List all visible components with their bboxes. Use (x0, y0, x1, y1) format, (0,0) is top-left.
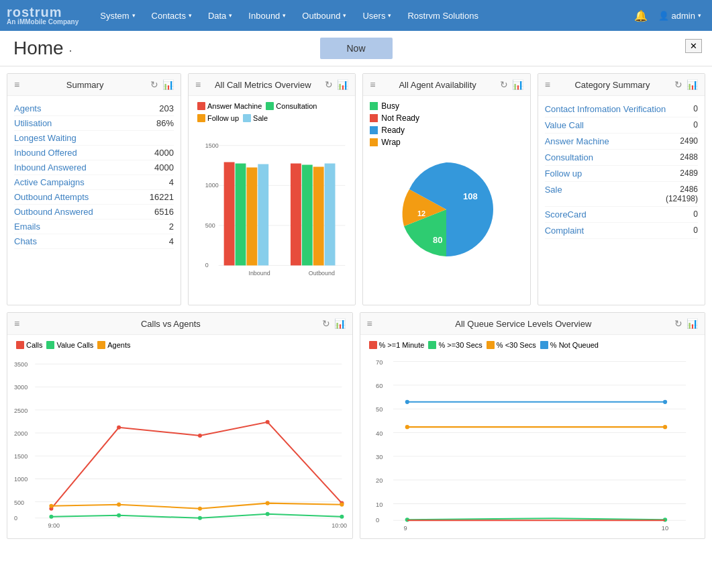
calls-agents-menu-icon[interactable]: ≡ (14, 318, 19, 329)
home-dropdown-icon[interactable]: · (68, 44, 72, 57)
nav-inbound[interactable]: Inbound ▾ (240, 0, 294, 31)
logo-subtitle: An iMMobile Company (7, 19, 79, 26)
legend-pct-30secs: % >=30 Secs (428, 341, 482, 349)
svg-point-75 (662, 425, 666, 429)
svg-text:70: 70 (376, 359, 383, 366)
notification-bell-icon[interactable]: 🔔 (634, 9, 648, 22)
summary-label-utilisation[interactable]: Utilisation (14, 118, 52, 128)
summary-row-utilisation: Utilisation 86% (14, 116, 174, 131)
now-button[interactable]: Now (319, 38, 392, 59)
summary-row-longest-waiting: Longest Waiting (14, 131, 174, 146)
svg-point-44 (198, 516, 202, 520)
svg-point-39 (198, 434, 202, 438)
category-chart-icon[interactable]: 📊 (686, 79, 698, 90)
svg-text:0: 0 (205, 262, 209, 268)
close-button[interactable]: ✕ (685, 39, 702, 53)
nav-system[interactable]: System ▾ (92, 0, 143, 31)
summary-value-inbound-answered: 4000 (154, 162, 174, 173)
queue-service-menu-icon[interactable]: ≡ (367, 318, 372, 329)
svg-text:12: 12 (417, 209, 425, 217)
nav-outbound[interactable]: Outbound ▾ (294, 0, 354, 31)
legend-calls: Calls (16, 341, 42, 349)
category-body: Contact Infromation Verification 0 Value… (538, 96, 705, 244)
svg-rect-9 (236, 164, 246, 266)
nav-contacts[interactable]: Contacts ▾ (144, 0, 200, 31)
cat-value-sale: 2486(124198) (666, 185, 698, 203)
cat-label-value-call[interactable]: Value Call (545, 120, 584, 130)
nav-data[interactable]: Data ▾ (200, 0, 240, 31)
svg-text:3000: 3000 (14, 384, 28, 391)
availability-header: ≡ All Agent Availability ↻ 📊 (363, 74, 529, 96)
cat-row-value-call: Value Call 0 (545, 117, 698, 134)
av-legend-ready: Ready (370, 126, 523, 135)
svg-text:10: 10 (661, 525, 668, 532)
cat-label-verification[interactable]: Contact Infromation Verification (545, 104, 666, 114)
queue-service-widget: ≡ All Queue Service Levels Overview ↻ 📊 … (360, 312, 706, 539)
category-menu-icon[interactable]: ≡ (545, 79, 550, 90)
call-metrics-chart: 1500 1000 500 0 (192, 125, 352, 299)
cat-label-consultation[interactable]: Consultation (545, 152, 593, 162)
svg-text:9: 9 (403, 525, 407, 532)
svg-text:30: 30 (376, 454, 383, 460)
cat-row-verification: Contact Infromation Verification 0 (545, 101, 698, 117)
legend-consultation: Consultation (266, 102, 317, 110)
queue-service-chart-icon[interactable]: 📊 (686, 318, 698, 329)
logo: rostrum An iMMobile Company (7, 5, 79, 26)
cat-value-consultation: 2488 (680, 152, 698, 162)
summary-label-active-campaigns[interactable]: Active Campaigns (14, 177, 85, 187)
summary-menu-icon[interactable]: ≡ (14, 79, 19, 90)
summary-label-inbound-answered[interactable]: Inbound Answered (14, 162, 87, 173)
legend-agents: Agents (97, 341, 130, 349)
svg-text:1000: 1000 (205, 182, 219, 189)
legend-value-calls: Value Calls (46, 341, 93, 349)
nav-users[interactable]: Users ▾ (354, 0, 399, 31)
cat-label-sale[interactable]: Sale (545, 185, 562, 203)
legend-pct-lt30secs: % <30 Secs (487, 341, 536, 349)
summary-label-agents[interactable]: Agents (14, 103, 41, 113)
calls-agents-refresh-icon[interactable]: ↻ (322, 318, 330, 329)
availability-menu-icon[interactable]: ≡ (370, 79, 375, 90)
category-refresh-icon[interactable]: ↻ (674, 79, 682, 90)
summary-label-outbound-attempts[interactable]: Outbound Attempts (14, 192, 89, 202)
queue-service-body: % >=1 Minute % >=30 Secs % <30 Secs % No… (360, 335, 705, 538)
summary-label-emails[interactable]: Emails (14, 222, 40, 232)
summary-label-longest-waiting[interactable]: Longest Waiting (14, 133, 77, 143)
cat-label-scorecard[interactable]: ScoreCard (545, 209, 587, 219)
summary-value-chats: 4 (169, 236, 174, 246)
svg-text:Inbound: Inbound (248, 270, 270, 277)
summary-row-inbound-offered: Inbound Offered 4000 (14, 146, 174, 160)
summary-label-chats[interactable]: Chats (14, 236, 37, 246)
dashboard-top-grid: ≡ Summary ↻ 📊 Agents 203 Utilisation 86%… (0, 66, 712, 312)
cat-label-follow-up[interactable]: Follow up (545, 168, 582, 179)
svg-text:1500: 1500 (205, 142, 219, 149)
call-metrics-chart-icon[interactable]: 📊 (337, 79, 348, 90)
svg-text:10: 10 (376, 501, 383, 508)
calls-vs-agents-widget: ≡ Calls vs Agents ↻ 📊 Calls Value Calls … (7, 312, 353, 539)
category-title: Category Summary (554, 80, 670, 90)
svg-text:20: 20 (376, 477, 383, 484)
cat-label-complaint[interactable]: Complaint (545, 226, 584, 236)
summary-refresh-icon[interactable]: ↻ (150, 79, 158, 90)
svg-text:2500: 2500 (14, 407, 28, 414)
summary-label-outbound-answered[interactable]: Outbound Answered (14, 207, 93, 217)
summary-chart-icon[interactable]: 📊 (162, 79, 174, 90)
availability-refresh-icon[interactable]: ↻ (500, 79, 508, 90)
calls-agents-chart-icon[interactable]: 📊 (334, 318, 346, 329)
queue-service-refresh-icon[interactable]: ↻ (674, 318, 682, 329)
nav-rostrvm-solutions[interactable]: Rostrvm Solutions (399, 0, 486, 31)
call-metrics-body: Answer Machine Consultation Follow up Sa… (189, 96, 355, 305)
calls-agents-body: Calls Value Calls Agents 3500 3000 2500 … (7, 335, 352, 538)
cat-label-answer-machine[interactable]: Answer Machine (545, 136, 609, 146)
agent-availability-widget: ≡ All Agent Availability ↻ 📊 Busy Not Re… (362, 73, 530, 305)
call-metrics-menu-icon[interactable]: ≡ (195, 79, 201, 90)
availability-chart-icon[interactable]: 📊 (512, 79, 523, 90)
summary-row-active-campaigns: Active Campaigns 4 (14, 175, 174, 190)
svg-text:80: 80 (433, 235, 442, 245)
svg-point-42 (49, 515, 53, 519)
summary-title: Summary (23, 80, 146, 90)
user-menu[interactable]: 👤 admin ▾ (654, 0, 705, 31)
svg-point-43 (117, 513, 121, 518)
call-metrics-refresh-icon[interactable]: ↻ (325, 79, 333, 90)
summary-label-inbound-offered[interactable]: Inbound Offered (14, 148, 77, 158)
cat-value-scorecard: 0 (693, 209, 698, 219)
